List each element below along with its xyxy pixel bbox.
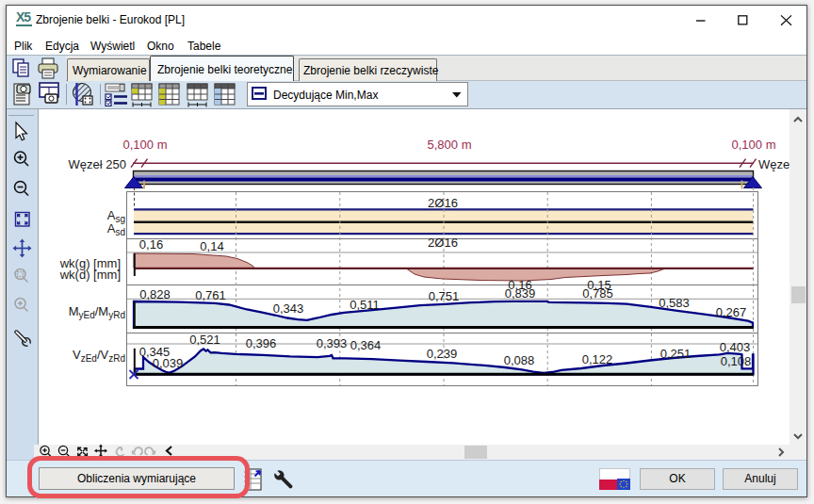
svg-text:Węzeł 251: Węzeł 251 (758, 157, 790, 171)
svg-text:0,761: 0,761 (195, 288, 226, 302)
svg-text:0,239: 0,239 (427, 347, 458, 361)
svg-text:2Ø16: 2Ø16 (428, 196, 458, 210)
svg-text:0,751: 0,751 (429, 289, 460, 303)
svg-text:0,16: 0,16 (139, 237, 163, 252)
svg-text:Węzeł 250: Węzeł 250 (69, 157, 126, 171)
svg-text:0,100 m: 0,100 m (123, 138, 168, 152)
svg-text:0,251: 0,251 (660, 347, 692, 361)
svg-text:VzEd/VzRd: VzEd/VzRd (73, 348, 125, 364)
svg-text:0,583: 0,583 (659, 296, 690, 310)
svg-text:0,511: 0,511 (350, 298, 380, 312)
svg-text:0,403: 0,403 (720, 340, 751, 354)
svg-text:wk(d) [mm]: wk(d) [mm] (59, 268, 121, 282)
svg-text:0,364: 0,364 (350, 338, 382, 352)
svg-text:5,800 m: 5,800 m (428, 138, 472, 152)
svg-text:0,100 m: 0,100 m (732, 138, 776, 152)
svg-text:0,396: 0,396 (246, 336, 277, 350)
svg-text:0,122: 0,122 (582, 352, 613, 366)
svg-text:0,15: 0,15 (587, 278, 610, 292)
svg-text:0,14: 0,14 (200, 239, 223, 253)
svg-text:0,108: 0,108 (721, 354, 752, 368)
svg-text:MyEd/MyRd: MyEd/MyRd (69, 304, 125, 320)
svg-text:2Ø16: 2Ø16 (428, 236, 458, 250)
svg-text:0,393: 0,393 (317, 336, 348, 350)
svg-text:0,039: 0,039 (153, 356, 184, 370)
svg-text:0,267: 0,267 (716, 305, 747, 319)
svg-text:0,828: 0,828 (139, 287, 171, 301)
svg-text:0,521: 0,521 (189, 333, 220, 347)
svg-text:0,343: 0,343 (273, 301, 304, 316)
svg-text:0,16: 0,16 (508, 278, 531, 292)
svg-text:0,088: 0,088 (504, 353, 535, 367)
